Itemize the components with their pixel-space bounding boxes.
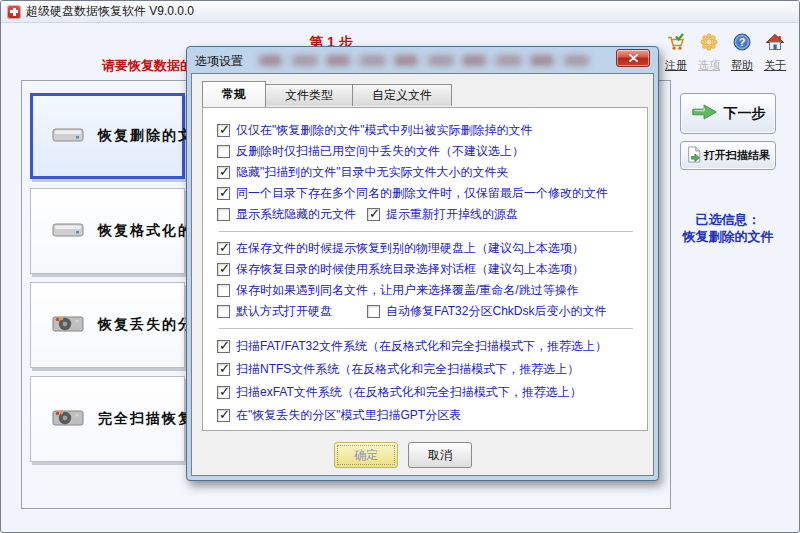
open-scan-results-button[interactable]: 打开扫描结果 bbox=[680, 141, 776, 170]
checkbox[interactable] bbox=[217, 166, 230, 179]
options-label: 选项 bbox=[698, 58, 720, 73]
tab-label: 文件类型 bbox=[285, 87, 333, 104]
option-label: 仅仅在"恢复删除的文件"模式中列出被实际删除掉的文件 bbox=[236, 122, 533, 139]
tab-general[interactable]: 常规 bbox=[202, 81, 266, 107]
option: 隐藏"扫描到的文件"目录中无实际文件大小的文件夹 bbox=[217, 164, 509, 181]
option: 扫描NTFS文件系统（在反格式化和完全扫描模式下，推荐选上） bbox=[217, 361, 579, 378]
option-label: 扫描exFAT文件系统（在反格式化和完全扫描模式下，推荐选上） bbox=[236, 384, 582, 401]
selected-info-title: 已选信息： bbox=[665, 211, 791, 228]
close-icon[interactable] bbox=[616, 49, 650, 67]
option-row: 显示系统隐藏的元文件 提示重新打开掉线的源盘 bbox=[217, 204, 647, 225]
option-label: 默认方式打开硬盘 bbox=[236, 303, 332, 320]
checkbox[interactable] bbox=[217, 386, 230, 399]
option-row: 隐藏"扫描到的文件"目录中无实际文件大小的文件夹 bbox=[217, 162, 647, 183]
checkbox[interactable] bbox=[217, 409, 230, 422]
checkbox[interactable] bbox=[217, 263, 230, 276]
option-label: 自动修复FAT32分区ChkDsk后变小的文件 bbox=[386, 303, 606, 320]
mode-full-scan[interactable]: 完全扫描恢复 bbox=[30, 376, 185, 462]
option: 保存恢复目录的时候使用系统目录选择对话框（建议勾上本选项） bbox=[217, 261, 584, 278]
option-row: 扫描FAT/FAT32文件系统（在反格式化和完全扫描模式下，推荐选上） bbox=[217, 335, 647, 358]
help-label: 帮助 bbox=[731, 58, 753, 73]
option-row: 扫描exFAT文件系统（在反格式化和完全扫描模式下，推荐选上） bbox=[217, 381, 647, 404]
gear-icon bbox=[699, 32, 719, 56]
glass-blur-decoration bbox=[259, 55, 589, 66]
option: 提示重新打开掉线的源盘 bbox=[367, 206, 518, 223]
mode-label: 完全扫描恢复 bbox=[98, 410, 194, 428]
options-dialog: 选项设置 常规 文件类型 自定义文件 仅仅在"恢复删除的文件"模式中列出被实际删… bbox=[186, 46, 659, 481]
ok-button[interactable]: 确定 bbox=[334, 442, 398, 468]
checkbox[interactable] bbox=[217, 284, 230, 297]
cancel-button[interactable]: 取消 bbox=[408, 442, 472, 468]
option-label: 隐藏"扫描到的文件"目录中无实际文件大小的文件夹 bbox=[236, 164, 509, 181]
hdd-icon bbox=[50, 216, 86, 246]
prompt-text: 请要恢复数据的 bbox=[59, 57, 193, 75]
checkbox[interactable] bbox=[367, 208, 380, 221]
checkbox[interactable] bbox=[367, 305, 380, 318]
document-arrow-icon bbox=[686, 145, 702, 166]
option-label: 扫描NTFS文件系统（在反格式化和完全扫描模式下，推荐选上） bbox=[236, 361, 579, 378]
option: 扫描FAT/FAT32文件系统（在反格式化和完全扫描模式下，推荐选上） bbox=[217, 338, 607, 355]
about-link[interactable]: 关于 bbox=[764, 32, 786, 73]
checkbox[interactable] bbox=[217, 242, 230, 255]
option: 自动修复FAT32分区ChkDsk后变小的文件 bbox=[367, 303, 606, 320]
option-row: 同一个目录下存在多个同名的删除文件时，仅保留最后一个修改的文件 bbox=[217, 183, 647, 204]
option: 反删除时仅扫描已用空间中丢失的文件（不建议选上） bbox=[217, 143, 524, 160]
option-row: 保存恢复目录的时候使用系统目录选择对话框（建议勾上本选项） bbox=[217, 259, 647, 280]
option-label: 在保存文件的时候提示恢复到别的物理硬盘上（建议勾上本选项） bbox=[236, 240, 584, 257]
tab-custom-files[interactable]: 自定义文件 bbox=[353, 84, 452, 106]
mode-recover-deleted[interactable]: 恢复删除的文件 bbox=[30, 93, 185, 179]
mode-recover-formatted[interactable]: 恢复格式化的分区 bbox=[30, 188, 185, 274]
option-row: 反删除时仅扫描已用空间中丢失的文件（不建议选上） bbox=[217, 141, 647, 162]
option: 显示系统隐藏的元文件 bbox=[217, 206, 367, 223]
hdd-open-icon bbox=[50, 310, 86, 340]
option: 在"恢复丢失的分区"模式里扫描GPT分区表 bbox=[217, 407, 461, 424]
option: 默认方式打开硬盘 bbox=[217, 303, 367, 320]
tab-label: 常规 bbox=[222, 86, 246, 103]
group-separator bbox=[219, 328, 633, 329]
option-label: 扫描FAT/FAT32文件系统（在反格式化和完全扫描模式下，推荐选上） bbox=[236, 338, 607, 355]
option-label: 同一个目录下存在多个同名的删除文件时，仅保留最后一个修改的文件 bbox=[236, 185, 608, 202]
options-link[interactable]: 选项 bbox=[698, 32, 720, 73]
checkbox[interactable] bbox=[217, 363, 230, 376]
option-row: 在"恢复丢失的分区"模式里扫描GPT分区表 bbox=[217, 404, 647, 427]
register-link[interactable]: 注册 bbox=[665, 32, 687, 73]
checkbox[interactable] bbox=[217, 208, 230, 221]
checkbox[interactable] bbox=[217, 305, 230, 318]
screen: 超级硬盘数据恢复软件 V9.0.0.0 第 1 步 请要恢复数据的 注册 bbox=[0, 0, 800, 533]
selected-info: 已选信息： 恢复删除的文件 bbox=[665, 211, 791, 245]
home-icon bbox=[765, 32, 785, 56]
option-label: 保存时如果遇到同名文件，让用户来选择覆盖/重命名/跳过等操作 bbox=[236, 282, 579, 299]
checkbox[interactable] bbox=[217, 187, 230, 200]
open-scan-results-label: 打开扫描结果 bbox=[704, 148, 770, 163]
dialog-body: 常规 文件类型 自定义文件 仅仅在"恢复删除的文件"模式中列出被实际删除掉的文件… bbox=[191, 73, 654, 476]
option: 保存时如果遇到同名文件，让用户来选择覆盖/重命名/跳过等操作 bbox=[217, 282, 579, 299]
option-label: 显示系统隐藏的元文件 bbox=[236, 206, 356, 223]
header-links: 注册 选项 bbox=[665, 32, 786, 73]
tab-label: 自定义文件 bbox=[372, 87, 432, 104]
checkbox[interactable] bbox=[217, 145, 230, 158]
option-row: 仅仅在"恢复删除的文件"模式中列出被实际删除掉的文件 bbox=[217, 120, 647, 141]
mode-recover-lost-partition[interactable]: 恢复丢失的分区 bbox=[30, 282, 185, 368]
general-options-panel: 仅仅在"恢复删除的文件"模式中列出被实际删除掉的文件 反删除时仅扫描已用空间中丢… bbox=[202, 107, 648, 431]
next-step-label: 下一步 bbox=[724, 105, 766, 123]
app-icon bbox=[7, 5, 21, 19]
option: 同一个目录下存在多个同名的删除文件时，仅保留最后一个修改的文件 bbox=[217, 185, 608, 202]
dialog-tabs: 常规 文件类型 自定义文件 bbox=[202, 81, 452, 106]
dialog-title: 选项设置 bbox=[195, 53, 243, 70]
checkbox[interactable] bbox=[217, 340, 230, 353]
register-label: 注册 bbox=[665, 58, 687, 73]
option: 在保存文件的时候提示恢复到别的物理硬盘上（建议勾上本选项） bbox=[217, 240, 584, 257]
option-label: 在"恢复丢失的分区"模式里扫描GPT分区表 bbox=[236, 407, 461, 424]
window-titlebar: 超级硬盘数据恢复软件 V9.0.0.0 bbox=[1, 1, 799, 23]
next-step-button[interactable]: 下一步 bbox=[680, 93, 776, 134]
green-arrow-icon bbox=[691, 101, 719, 126]
option-label: 保存恢复目录的时候使用系统目录选择对话框（建议勾上本选项） bbox=[236, 261, 584, 278]
help-icon: ? bbox=[732, 32, 752, 56]
main-window: 超级硬盘数据恢复软件 V9.0.0.0 第 1 步 请要恢复数据的 注册 bbox=[0, 0, 800, 533]
hdd-open-icon bbox=[50, 404, 86, 434]
cart-icon bbox=[666, 32, 686, 56]
help-link[interactable]: ? 帮助 bbox=[731, 32, 753, 73]
window-title: 超级硬盘数据恢复软件 V9.0.0.0 bbox=[26, 3, 194, 20]
tab-file-types[interactable]: 文件类型 bbox=[266, 84, 353, 106]
checkbox[interactable] bbox=[217, 124, 230, 137]
